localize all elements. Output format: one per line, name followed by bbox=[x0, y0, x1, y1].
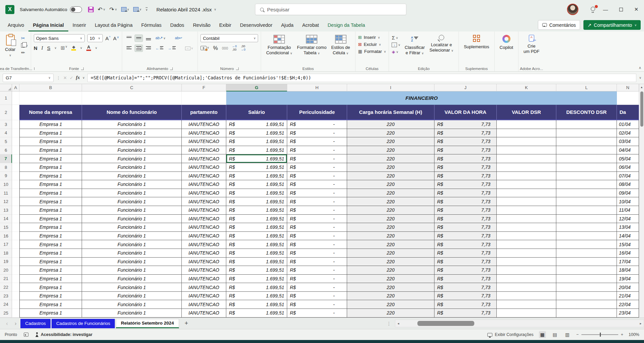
cell-L6[interactable] bbox=[556, 146, 617, 155]
cell-H22[interactable]: R$- bbox=[287, 283, 347, 292]
row-header-2[interactable]: 2 bbox=[0, 105, 12, 120]
cell-C9[interactable]: Funcionário 1 bbox=[82, 172, 182, 181]
comma-style-button[interactable]: 000 bbox=[222, 46, 228, 50]
cell-A22[interactable] bbox=[12, 283, 19, 292]
document-title[interactable]: Relatorio Abril 2024 .xlsx ∨ bbox=[156, 7, 216, 12]
normal-view-button[interactable]: ▦ bbox=[539, 331, 546, 338]
cell-A7[interactable] bbox=[12, 154, 19, 163]
cell-F14[interactable]: IANUTENCAO bbox=[182, 215, 226, 223]
cell-B22[interactable]: Empresa 1 bbox=[19, 283, 82, 292]
cell-G12[interactable]: R$1.699,51 bbox=[226, 197, 287, 206]
comments-button[interactable]: Comentários bbox=[538, 20, 580, 30]
cell-G7[interactable]: R$1.699,51 bbox=[226, 154, 287, 163]
table-header-L[interactable]: DESCONTO DSR bbox=[556, 105, 617, 120]
cell-F7[interactable]: IANUTENCAO bbox=[182, 154, 226, 163]
row-header-18[interactable]: 18 bbox=[0, 249, 12, 258]
cell-N13[interactable]: 11/04 bbox=[617, 206, 639, 215]
sheet-tab-cadastros-de-funcionários[interactable]: Cadastros de Funcionários bbox=[52, 319, 115, 328]
zoom-out-icon[interactable]: − bbox=[576, 332, 578, 337]
scroll-left-icon[interactable]: ◂ bbox=[395, 322, 401, 325]
cell-L4[interactable] bbox=[556, 129, 617, 138]
cell-F4[interactable]: IANUTENCAO bbox=[182, 129, 226, 138]
cell-A15[interactable] bbox=[12, 223, 19, 232]
cell-K13[interactable] bbox=[497, 206, 556, 215]
underline-button[interactable]: S bbox=[47, 45, 51, 51]
row-header-12[interactable]: 12 bbox=[0, 197, 12, 206]
cell-I20[interactable]: 220 bbox=[347, 266, 434, 275]
cell-A23[interactable] bbox=[12, 292, 19, 300]
cell-I15[interactable]: 220 bbox=[347, 223, 434, 232]
enter-icon[interactable]: ✓ bbox=[70, 75, 73, 80]
cell-B4[interactable]: Empresa 1 bbox=[19, 129, 82, 138]
cell-F11[interactable]: IANUTENCAO bbox=[182, 189, 226, 198]
font-size-select[interactable]: 10∨ bbox=[87, 34, 103, 42]
row-header-11[interactable]: 11 bbox=[0, 189, 12, 198]
row-header-9[interactable]: 9 bbox=[0, 172, 12, 181]
shrink-font-button[interactable]: A∨ bbox=[113, 36, 119, 41]
cell-H23[interactable]: R$- bbox=[287, 292, 347, 300]
number-format-select[interactable]: Contábil∨ bbox=[200, 34, 258, 42]
cell-N18[interactable]: 16/04 bbox=[617, 249, 639, 258]
cell-F20[interactable]: IANUTENCAO bbox=[182, 266, 226, 275]
cell-I10[interactable]: 220 bbox=[347, 180, 434, 189]
cell-B24[interactable]: Empresa 1 bbox=[19, 300, 82, 309]
row-header-17[interactable]: 17 bbox=[0, 240, 12, 249]
row-header-25[interactable]: 25 bbox=[0, 309, 12, 318]
align-center-button[interactable] bbox=[135, 45, 143, 52]
ribbon-tab-desenvolvedor[interactable]: Desenvolvedor bbox=[236, 20, 277, 31]
create-pdf-button[interactable]: Crieum PDF bbox=[521, 34, 542, 55]
cell-I19[interactable]: 220 bbox=[347, 258, 434, 266]
cell-N15[interactable]: 13/04 bbox=[617, 223, 639, 232]
cell-A18[interactable] bbox=[12, 249, 19, 258]
cell-G18[interactable]: R$1.699,51 bbox=[226, 249, 287, 258]
cell-N14[interactable]: 12/04 bbox=[617, 215, 639, 223]
cell-A11[interactable] bbox=[12, 189, 19, 198]
share-button[interactable]: ↗ Compartilhamento ∨ bbox=[583, 20, 641, 30]
column-header-H[interactable]: H bbox=[287, 84, 347, 91]
page-break-view-button[interactable]: ▥ bbox=[564, 331, 571, 338]
cell-A3[interactable] bbox=[12, 120, 19, 129]
column-header-B[interactable]: B bbox=[19, 84, 82, 91]
sheet-tab-relatório-setembro-2024[interactable]: Relatório Setembro 2024 bbox=[116, 319, 179, 328]
cell-A8[interactable] bbox=[12, 163, 19, 172]
cell-G24[interactable]: R$1.699,51 bbox=[226, 300, 287, 309]
cell-K22[interactable] bbox=[497, 283, 556, 292]
cell-I16[interactable]: 220 bbox=[347, 232, 434, 241]
row-header-20[interactable]: 20 bbox=[0, 266, 12, 275]
cell-F17[interactable]: IANUTENCAO bbox=[182, 240, 226, 249]
cell-N3[interactable]: 01/04 bbox=[617, 120, 639, 129]
number-dialog-launcher[interactable] bbox=[236, 67, 239, 70]
column-header-J[interactable]: J bbox=[434, 84, 497, 91]
row-header-15[interactable]: 15 bbox=[0, 223, 12, 232]
cell-F18[interactable]: IANUTENCAO bbox=[182, 249, 226, 258]
find-select-button[interactable]: Localizar eSelecionar ∨ bbox=[427, 34, 456, 54]
ribbon-tab-revisão[interactable]: Revisão bbox=[188, 20, 215, 31]
cell-B20[interactable]: Empresa 1 bbox=[19, 266, 82, 275]
cell-H19[interactable]: R$- bbox=[287, 258, 347, 266]
cell-B25[interactable]: Empresa 1 bbox=[19, 309, 82, 318]
search-input[interactable]: Pesquisar bbox=[255, 4, 406, 15]
cell-I6[interactable]: 220 bbox=[347, 146, 434, 155]
cell-F24[interactable]: IANUTENCAO bbox=[182, 300, 226, 309]
cell-K19[interactable] bbox=[497, 258, 556, 266]
cell-A2[interactable] bbox=[12, 105, 19, 120]
cell-K11[interactable] bbox=[497, 189, 556, 198]
table-header-J[interactable]: VALOR DA HORA bbox=[434, 105, 497, 120]
cell-L16[interactable] bbox=[556, 232, 617, 241]
cell-N1[interactable] bbox=[617, 91, 639, 105]
borders-button[interactable]: ⊞∨ bbox=[61, 45, 67, 51]
format-painter-button[interactable]: ✏ bbox=[21, 50, 28, 55]
row-header-14[interactable]: 14 bbox=[0, 215, 12, 223]
ribbon-tab-ajuda[interactable]: Ajuda bbox=[277, 20, 298, 31]
cell-J25[interactable]: R$7,73 bbox=[434, 309, 497, 318]
cell-C14[interactable]: Funcionário 1 bbox=[82, 215, 182, 223]
cell-G16[interactable]: R$1.699,51 bbox=[226, 232, 287, 241]
cell-N22[interactable]: 20/04 bbox=[617, 283, 639, 292]
cell-G20[interactable]: R$1.699,51 bbox=[226, 266, 287, 275]
cell-J18[interactable]: R$7,73 bbox=[434, 249, 497, 258]
table-header-K[interactable]: VALOR DSR bbox=[497, 105, 556, 120]
cell-L8[interactable] bbox=[556, 163, 617, 172]
cell-A20[interactable] bbox=[12, 266, 19, 275]
cell-A25[interactable] bbox=[12, 309, 19, 318]
cell-K21[interactable] bbox=[497, 275, 556, 283]
